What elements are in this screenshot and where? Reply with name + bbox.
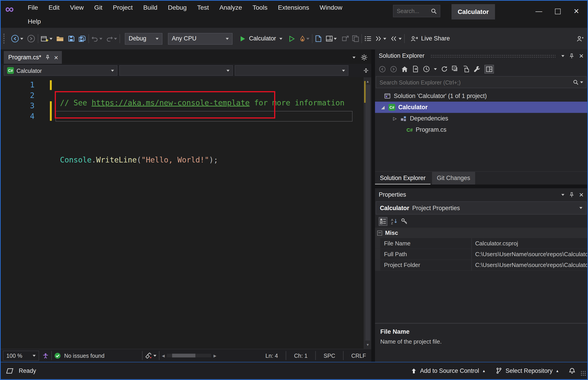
- notifications-bell-icon[interactable]: [569, 367, 575, 374]
- code-cleanup-caret[interactable]: [153, 355, 156, 356]
- search-box[interactable]: [393, 5, 440, 17]
- editor-horizontal-scrollbar[interactable]: [167, 354, 211, 358]
- filter-caret[interactable]: [434, 68, 437, 70]
- character-indicator[interactable]: Ch: 1: [289, 352, 313, 359]
- solution-search-box[interactable]: [376, 76, 587, 88]
- solution-search-caret[interactable]: [580, 81, 583, 83]
- code-cleanup-broom-icon[interactable]: [145, 352, 152, 359]
- navigate-back-button[interactable]: [11, 35, 19, 43]
- project-dropdown[interactable]: C# Calculator: [4, 65, 117, 76]
- search-icon[interactable]: [431, 8, 437, 14]
- type-dropdown[interactable]: [119, 65, 233, 76]
- menu-analyze[interactable]: Analyze: [214, 4, 247, 11]
- panel-layout-caret[interactable]: [334, 38, 337, 39]
- home-icon[interactable]: [401, 66, 408, 72]
- code-line-3[interactable]: Console.WriteLine("Hello, World!");: [60, 155, 360, 165]
- redo-caret[interactable]: [114, 38, 117, 39]
- maximize-button[interactable]: [548, 3, 567, 19]
- close-panel-icon[interactable]: ×: [579, 52, 584, 59]
- category-row-misc[interactable]: Misc: [375, 228, 587, 238]
- hot-reload-caret[interactable]: [307, 38, 309, 39]
- redo-button[interactable]: [106, 36, 113, 42]
- toolbar-drag-handle[interactable]: [3, 34, 6, 43]
- se-navigate-forward-icon[interactable]: [390, 65, 397, 73]
- hot-reload-button[interactable]: [300, 36, 305, 42]
- start-without-debugging-button[interactable]: [289, 36, 295, 42]
- preview-selected-items-icon[interactable]: [484, 65, 494, 73]
- navigate-forward-button[interactable]: [27, 35, 35, 43]
- issues-label[interactable]: No issues found: [64, 352, 105, 359]
- menu-edit[interactable]: Edit: [43, 4, 65, 11]
- search-input[interactable]: [393, 8, 430, 14]
- editor-vertical-scrollbar[interactable]: ▲ ▼: [364, 77, 371, 349]
- save-button[interactable]: [68, 35, 74, 42]
- zoom-dropdown[interactable]: 100 %: [3, 351, 39, 361]
- pending-changes-filter-icon[interactable]: [423, 66, 430, 72]
- add-to-source-control-button[interactable]: Add to Source Control ▴: [411, 367, 485, 374]
- background-task-icon[interactable]: [6, 368, 14, 374]
- menu-tools[interactable]: Tools: [247, 4, 273, 11]
- indent-chevrons-caret[interactable]: [399, 38, 402, 39]
- close-button[interactable]: ×: [567, 3, 586, 19]
- indent-chevrons-button[interactable]: [391, 36, 398, 42]
- property-row-full-path[interactable]: Full Path C:\Users\UserName\source\repos…: [375, 249, 587, 260]
- scroll-down-arrow[interactable]: ▼: [364, 341, 371, 348]
- code-line-4[interactable]: [60, 183, 360, 193]
- menu-view[interactable]: View: [65, 4, 89, 11]
- refresh-icon[interactable]: [441, 66, 448, 72]
- close-panel-icon[interactable]: ×: [579, 191, 584, 198]
- menu-test[interactable]: Test: [192, 4, 214, 11]
- categorized-view-icon[interactable]: [379, 217, 387, 226]
- navigate-chevrons-caret[interactable]: [383, 38, 386, 39]
- line-ending-indicator[interactable]: CRLF: [346, 352, 371, 359]
- expand-collapse-icon[interactable]: ◢: [380, 105, 385, 110]
- undo-caret[interactable]: [99, 38, 102, 39]
- code-line-2[interactable]: [60, 126, 360, 137]
- open-folder-button[interactable]: [56, 36, 64, 42]
- editor-options-gear-icon[interactable]: [361, 54, 368, 61]
- start-debugging-button[interactable]: Calculator: [239, 35, 284, 42]
- sync-with-active-document-icon[interactable]: [412, 66, 419, 72]
- menu-build[interactable]: Build: [138, 4, 163, 11]
- member-dropdown[interactable]: [235, 65, 349, 76]
- code-editor[interactable]: 1 2 3 4 // See https://aka.ms/new-consol…: [1, 77, 371, 349]
- tab-git-changes[interactable]: Git Changes: [432, 172, 475, 185]
- error-list-button[interactable]: [365, 36, 371, 42]
- tree-item-solution[interactable]: Solution 'Calculator' (1 of 1 project): [375, 90, 587, 102]
- tab-overflow-caret[interactable]: [352, 57, 355, 58]
- attach-to-process-button[interactable]: [342, 35, 349, 42]
- tab-program-cs[interactable]: Program.cs* ×: [4, 51, 62, 64]
- undo-button[interactable]: [92, 36, 98, 42]
- menu-window[interactable]: Window: [314, 4, 348, 11]
- menu-git[interactable]: Git: [89, 4, 108, 11]
- save-all-button[interactable]: [78, 35, 86, 42]
- property-value[interactable]: C:\Users\UserName\source\repos\Calculato…: [472, 251, 587, 258]
- close-tab-icon[interactable]: ×: [54, 54, 58, 61]
- panel-menu-caret[interactable]: [562, 55, 564, 57]
- sort-alphabetical-icon[interactable]: AZ: [391, 218, 398, 225]
- scroll-right-arrow[interactable]: ▶: [213, 354, 216, 358]
- new-project-caret[interactable]: [49, 38, 52, 39]
- copy-columns-button[interactable]: [352, 35, 359, 42]
- minimize-button[interactable]: —: [530, 3, 548, 19]
- se-navigate-back-icon[interactable]: [379, 65, 386, 73]
- menu-help[interactable]: Help: [22, 18, 46, 25]
- property-value[interactable]: Calculator.csproj: [472, 240, 587, 247]
- tab-solution-explorer[interactable]: Solution Explorer: [375, 172, 430, 185]
- platform-dropdown[interactable]: Any CPU: [168, 33, 233, 44]
- selected-object-dropdown[interactable]: Calculator Project Properties: [376, 201, 587, 214]
- scrollbar-thumb[interactable]: [365, 85, 370, 341]
- collapse-all-icon[interactable]: [452, 66, 459, 72]
- live-share-icon[interactable]: [410, 35, 418, 42]
- configuration-dropdown[interactable]: Debug: [125, 33, 163, 44]
- tree-item-dependencies[interactable]: ▷ Dependencies: [375, 113, 587, 124]
- panel-layout-button[interactable]: [326, 35, 332, 42]
- properties-wrench-icon[interactable]: [474, 66, 480, 72]
- property-row-file-name[interactable]: File Name Calculator.csproj: [375, 238, 587, 249]
- show-all-files-icon[interactable]: [463, 66, 470, 72]
- find-in-files-button[interactable]: [315, 35, 322, 42]
- panel-drag-grip[interactable]: [430, 54, 556, 57]
- horizontal-scrollbar-thumb[interactable]: [172, 354, 196, 358]
- select-repository-button[interactable]: Select Repository ▴: [496, 367, 558, 374]
- collapse-category-icon[interactable]: [377, 230, 382, 235]
